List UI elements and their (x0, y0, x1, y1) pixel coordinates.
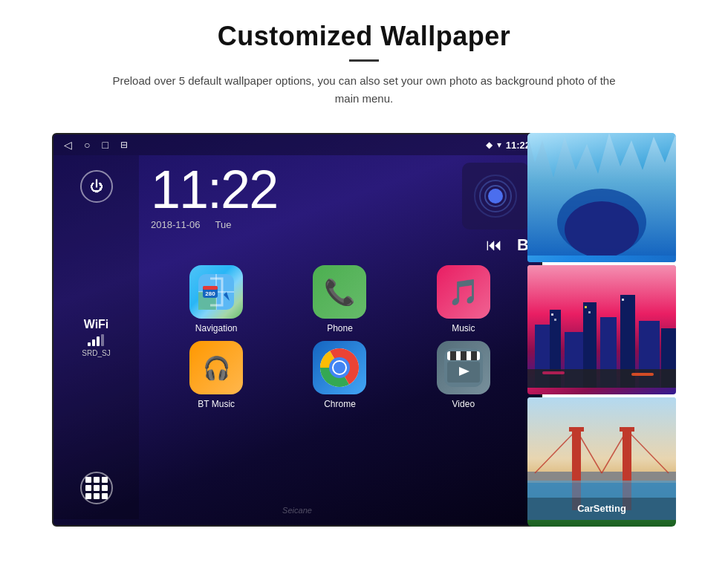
signal-dot (488, 189, 503, 204)
grid-dot (102, 493, 108, 499)
status-bar-left: ◁ ○ □ ⊟ (64, 139, 128, 151)
signal-widget (462, 163, 529, 230)
city-svg (527, 265, 676, 388)
app-grid: 280 Navigation 📞 (151, 265, 529, 409)
wifi-status-icon: ▾ (497, 140, 501, 150)
svg-text:CarSetting: CarSetting (577, 503, 626, 514)
svg-rect-16 (461, 351, 467, 360)
video-label: Video (452, 399, 475, 409)
grid-dot (85, 485, 91, 491)
grid-dot (94, 485, 100, 491)
chrome-svg (320, 348, 359, 387)
status-bar: ◁ ○ □ ⊟ ◆ ▾ 11:22 (53, 134, 541, 155)
svg-rect-32 (551, 313, 553, 316)
power-button[interactable]: ⏻ (80, 170, 113, 203)
wifi-ssid: SRD_SJ (82, 349, 110, 357)
svg-rect-33 (554, 319, 556, 321)
clock-time: 11:22 (151, 163, 450, 216)
video-icon (437, 341, 490, 394)
signal-visual (473, 174, 518, 218)
clock-widgets-row: 11:22 2018-11-06 Tue (151, 163, 529, 255)
app-item-music[interactable]: 🎵 Music (406, 265, 521, 333)
wallpaper-thumbnails: CarSetting (527, 133, 676, 527)
wifi-info: WiFi SRD_SJ (82, 318, 110, 357)
android-screen: ◁ ○ □ ⊟ ◆ ▾ 11:22 ⏻ (52, 133, 542, 527)
music-icon: 🎵 (437, 265, 490, 319)
wifi-bar-2 (92, 339, 95, 346)
bluetooth-symbol: 🎧 (203, 355, 230, 381)
power-icon: ⏻ (90, 179, 103, 195)
media-controls: ⏮ B (486, 235, 529, 255)
svg-point-22 (565, 201, 639, 256)
wifi-bar-1 (88, 342, 91, 346)
phone-symbol: 📞 (324, 277, 355, 307)
clock-block: 11:22 2018-11-06 Tue (151, 163, 450, 230)
svg-rect-6 (203, 286, 218, 290)
ice-svg (527, 133, 676, 256)
app-item-navigation[interactable]: 280 Navigation (158, 265, 274, 333)
title-section: Customized Wallpaper Preload over 5 defa… (104, 21, 624, 126)
wifi-bar-3 (97, 336, 100, 346)
video-svg (444, 348, 483, 387)
page-subtitle: Preload over 5 default wallpaper options… (104, 72, 624, 108)
wifi-bars (82, 334, 110, 346)
svg-rect-17 (471, 351, 477, 360)
status-bar-right: ◆ ▾ 11:22 (486, 140, 530, 151)
location-icon: ◆ (486, 140, 493, 150)
svg-rect-36 (622, 299, 624, 301)
title-divider (349, 59, 379, 62)
navigation-label: Navigation (195, 323, 238, 333)
recents-icon: □ (102, 139, 108, 151)
widget-area: ⏮ B (462, 163, 529, 255)
svg-rect-38 (542, 371, 565, 374)
wifi-label: WiFi (82, 318, 110, 331)
grid-dot (102, 477, 108, 483)
btmusic-icon: 🎧 (189, 341, 243, 394)
grid-dot (85, 477, 91, 483)
bridge-svg: CarSetting (527, 397, 676, 520)
app-item-video[interactable]: Video (406, 341, 521, 409)
svg-text:280: 280 (205, 290, 215, 297)
grid-dot (94, 493, 100, 499)
screenshot-icon: ⊟ (120, 140, 128, 150)
nav-map-svg: 280 (195, 271, 237, 313)
svg-rect-34 (585, 306, 587, 308)
svg-rect-39 (631, 373, 654, 376)
apps-grid-icon (85, 477, 108, 499)
music-label: Music (452, 323, 475, 333)
navigation-icon: 280 (189, 265, 243, 319)
wifi-bar-4 (101, 334, 104, 346)
watermark: Seicane (282, 506, 312, 515)
back-icon: ◁ (64, 139, 72, 151)
svg-rect-35 (588, 311, 591, 313)
page-title: Customized Wallpaper (104, 21, 624, 52)
clock-day-value: Tue (215, 219, 232, 230)
btmusic-label: BT Music (198, 399, 235, 409)
chrome-label: Chrome (324, 399, 356, 409)
app-item-phone[interactable]: 📞 Phone (282, 265, 397, 333)
phone-icon: 📞 (313, 265, 366, 319)
phone-label: Phone (327, 323, 353, 333)
grid-dot (102, 485, 108, 491)
status-time: 11:22 (506, 140, 530, 151)
home-icon: ○ (84, 139, 90, 151)
screen-container: ◁ ○ □ ⊟ ◆ ▾ 11:22 ⏻ (52, 133, 676, 527)
sidebar: ⏻ WiFi SRD_SJ (53, 155, 139, 519)
clock-date: 2018-11-06 Tue (151, 219, 450, 230)
wallpaper-thumb-city[interactable] (527, 265, 676, 394)
chrome-icon (313, 341, 366, 394)
grid-dot (94, 477, 100, 483)
music-symbol: 🎵 (448, 277, 479, 307)
app-item-chrome[interactable]: Chrome (282, 341, 397, 409)
wallpaper-thumb-bridge[interactable]: CarSetting (527, 397, 676, 527)
app-item-btmusic[interactable]: 🎧 BT Music (158, 341, 274, 409)
svg-rect-15 (450, 351, 456, 360)
prev-track-icon[interactable]: ⏮ (486, 235, 502, 255)
clock-area: 11:22 2018-11-06 Tue (139, 155, 541, 519)
clock-date-value: 2018-11-06 (151, 219, 201, 230)
apps-button[interactable] (80, 472, 113, 504)
main-content: ⏻ WiFi SRD_SJ (53, 155, 541, 519)
grid-dot (85, 493, 91, 499)
svg-point-12 (334, 362, 345, 374)
wallpaper-thumb-ice[interactable] (527, 133, 676, 262)
